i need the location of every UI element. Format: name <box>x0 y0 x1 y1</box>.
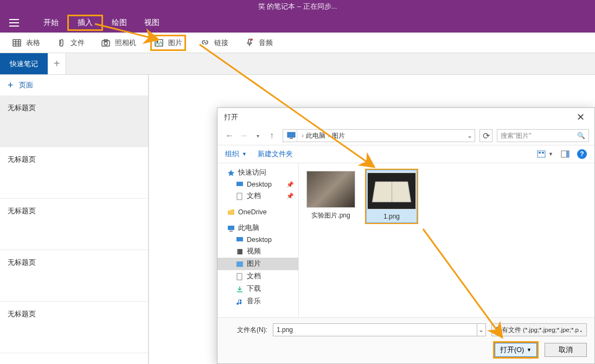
dialog-nav: ← → ▾ ↑ › 此电脑 › 图片 ⌄ ⟳ 搜索"图片" 🔍 <box>217 126 594 145</box>
thumbnail <box>367 173 416 209</box>
preview-pane-button[interactable] <box>561 150 570 158</box>
filename-value: 1.png <box>277 326 293 334</box>
svg-rect-21 <box>228 226 234 230</box>
thumbnails-icon <box>537 150 546 158</box>
microphone-icon <box>245 38 254 48</box>
search-icon: 🔍 <box>577 132 585 139</box>
search-input[interactable]: 搜索"图片" 🔍 <box>497 129 589 142</box>
tree-documents[interactable]: 文档📌 <box>217 190 298 202</box>
section-tab-active[interactable]: 快速笔记 <box>0 53 48 74</box>
section-tabs: 快速笔记 + <box>0 53 595 75</box>
file-name: 实验图片.png <box>311 211 350 220</box>
nav-forward-button[interactable]: → <box>237 129 250 142</box>
nav-up-button[interactable]: ↑ <box>265 129 278 142</box>
nav-recent-button[interactable]: ▾ <box>251 129 264 142</box>
chevron-right-icon: › <box>302 132 304 139</box>
dialog-body: 快速访问 Desktop📌 文档📌 OneDrive 此电脑 Desktop 视… <box>217 163 594 317</box>
open-button[interactable]: 打开(O)▼ <box>495 343 537 357</box>
filetype-select[interactable]: 所有文件 (*.jpg;*.jpeg;*.jpe;*.p ⌄ <box>491 323 587 336</box>
svg-rect-14 <box>538 151 545 157</box>
add-page-button[interactable]: + 页面 <box>0 75 148 95</box>
breadcrumb[interactable]: › 此电脑 › 图片 ⌄ <box>283 129 475 142</box>
breadcrumb-folder[interactable]: 图片 <box>332 131 345 141</box>
paperclip-icon <box>56 38 66 48</box>
tool-table-label: 表格 <box>26 38 40 48</box>
view-mode-button[interactable]: ▼ <box>537 150 553 158</box>
cancel-button[interactable]: 取消 <box>545 343 587 357</box>
svg-point-9 <box>157 41 158 42</box>
svg-rect-12 <box>287 132 295 137</box>
picture-icon <box>154 38 164 48</box>
dialog-title: 打开 <box>224 112 238 122</box>
tree-onedrive[interactable]: OneDrive <box>217 207 298 218</box>
chevron-down-icon[interactable]: ⌄ <box>477 324 485 336</box>
tree-this-pc[interactable]: 此电脑 <box>217 222 298 234</box>
page-item[interactable]: 无标题页 <box>0 302 148 353</box>
tab-insert[interactable]: 插入 <box>67 15 103 31</box>
tool-picture-label: 图片 <box>168 38 182 48</box>
chevron-down-icon[interactable]: ⌄ <box>465 132 475 139</box>
menu-bar: 开始 插入 绘图 视图 <box>0 13 595 33</box>
monitor-icon <box>236 181 244 188</box>
folder-tree: 快速访问 Desktop📌 文档📌 OneDrive 此电脑 Desktop 视… <box>217 163 299 317</box>
chevron-down-icon: ▼ <box>527 347 532 353</box>
tree-music[interactable]: 音乐 <box>217 295 298 308</box>
tool-camera-label: 照相机 <box>115 38 136 48</box>
tab-view[interactable]: 视图 <box>136 15 168 31</box>
close-icon[interactable]: ✕ <box>573 111 588 123</box>
organize-button[interactable]: 组织▼ <box>225 150 247 159</box>
table-icon <box>12 38 22 48</box>
file-name: 1.png <box>383 213 400 220</box>
pc-icon <box>227 225 235 232</box>
nav-back-button[interactable]: ← <box>223 129 236 142</box>
tool-table[interactable]: 表格 <box>10 35 42 51</box>
tree-pc-documents[interactable]: 文档 <box>217 270 298 283</box>
file-item-selected[interactable]: 1.png <box>365 169 418 224</box>
add-page-label: 页面 <box>19 80 33 90</box>
tree-pc-desktop[interactable]: Desktop <box>217 234 298 245</box>
plus-icon: + <box>8 80 14 91</box>
refresh-button[interactable]: ⟳ <box>479 129 492 142</box>
svg-rect-26 <box>236 261 243 267</box>
tree-quick-access[interactable]: 快速访问 <box>217 167 298 179</box>
link-icon <box>200 38 210 48</box>
film-icon <box>236 248 244 256</box>
tool-audio-label: 音频 <box>259 38 273 48</box>
title-text: 笑 的笔记本 – 正在同步... <box>258 2 337 11</box>
add-section-button[interactable]: + <box>48 53 66 74</box>
svg-point-11 <box>251 39 253 41</box>
pc-icon <box>285 130 297 142</box>
breadcrumb-root[interactable]: 此电脑 <box>306 131 325 141</box>
monitor-icon <box>236 236 244 244</box>
filename-label: 文件名(N): <box>225 325 267 335</box>
page-item[interactable]: 无标题页 <box>0 199 148 250</box>
help-icon[interactable]: ? <box>577 149 587 159</box>
tree-desktop[interactable]: Desktop📌 <box>217 179 298 190</box>
filename-input[interactable]: 1.png ⌄ <box>273 323 486 336</box>
tool-file-label: 文件 <box>71 38 85 48</box>
title-bar: 笑 的笔记本 – 正在同步... <box>0 0 595 13</box>
tree-pictures[interactable]: 图片 <box>217 258 298 270</box>
svg-rect-16 <box>542 152 544 154</box>
tool-camera[interactable]: 照相机 <box>99 35 138 51</box>
page-item[interactable]: 无标题页 <box>0 147 148 199</box>
document-icon <box>236 193 244 200</box>
tab-home[interactable]: 开始 <box>35 15 67 31</box>
tool-audio[interactable]: 音频 <box>242 35 275 51</box>
tree-downloads[interactable]: 下载 <box>217 283 298 295</box>
page-item[interactable]: 无标题页 <box>0 250 148 302</box>
document-icon <box>236 273 244 280</box>
file-item[interactable]: 实验图片.png <box>304 169 357 222</box>
svg-rect-0 <box>13 40 21 46</box>
tool-link[interactable]: 链接 <box>198 35 231 51</box>
tool-file[interactable]: 文件 <box>54 35 87 51</box>
tree-videos[interactable]: 视频 <box>217 245 298 258</box>
page-item[interactable]: 无标题页 <box>0 95 148 147</box>
hamburger-icon[interactable] <box>4 19 24 27</box>
pin-icon: 📌 <box>286 193 294 200</box>
dialog-bottom: 文件名(N): 1.png ⌄ 所有文件 (*.jpg;*.jpeg;*.jpe… <box>217 317 594 363</box>
tool-picture[interactable]: 图片 <box>150 35 186 51</box>
new-folder-button[interactable]: 新建文件夹 <box>258 150 293 159</box>
picture-icon <box>236 260 244 268</box>
tab-draw[interactable]: 绘图 <box>103 15 136 31</box>
